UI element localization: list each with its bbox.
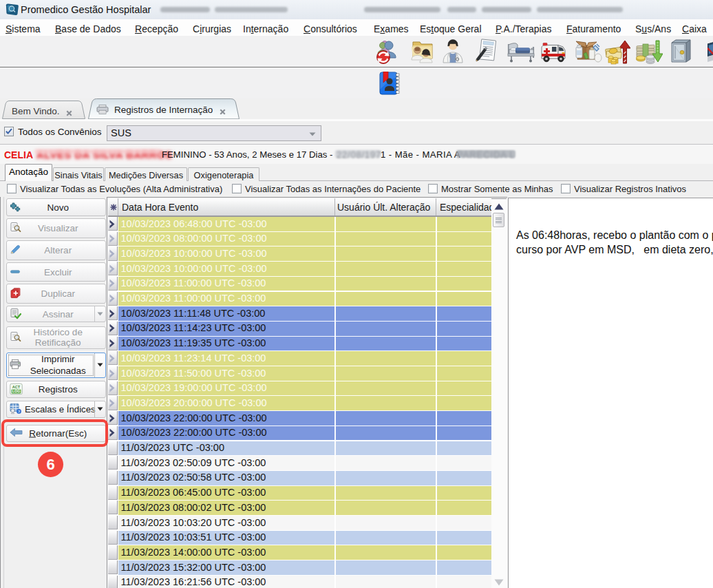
svg-text:LOG: LOG — [12, 390, 21, 394]
svg-text:?: ? — [18, 409, 20, 414]
svg-text:ACT: ACT — [12, 385, 21, 389]
